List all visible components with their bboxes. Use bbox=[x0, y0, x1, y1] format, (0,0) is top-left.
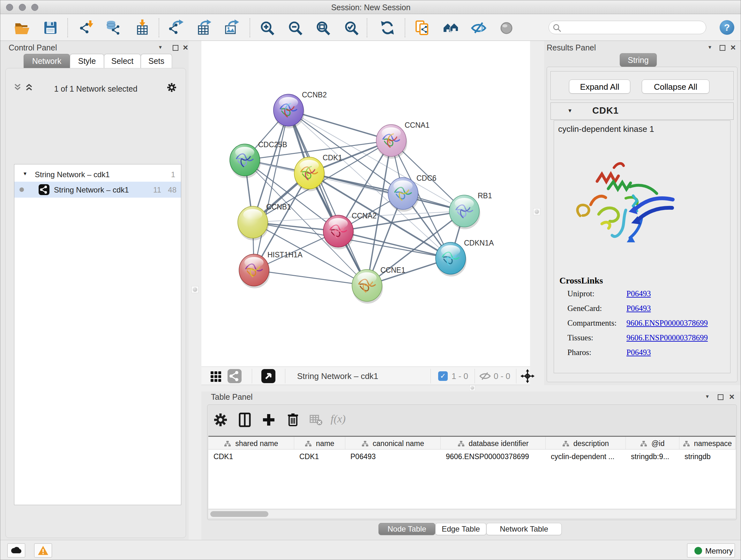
network-canvas[interactable]: CCNB2 CCNA1 CDC25B CDK1 CDC6 RB1 CCNB1 C… bbox=[201, 41, 530, 367]
table-cell[interactable]: stringdb:9... bbox=[631, 450, 678, 462]
horizontal-splitter[interactable] bbox=[201, 385, 741, 391]
node-CCNA2[interactable] bbox=[323, 215, 354, 249]
network-list: ▼ String Network – cdk1 1 String Network… bbox=[14, 164, 181, 505]
crosslink-link[interactable]: 9606.ENSP00000378699 bbox=[626, 319, 708, 327]
memory-button[interactable]: Memory bbox=[687, 543, 735, 557]
node-RB1[interactable] bbox=[449, 195, 480, 229]
export-network-button[interactable] bbox=[167, 19, 184, 36]
table-scrollbar-thumb[interactable] bbox=[210, 511, 268, 517]
horizontal-splitter-handle[interactable] bbox=[469, 385, 475, 391]
table-cell[interactable]: CDK1 bbox=[299, 450, 344, 462]
network-row-selected[interactable]: String Network – cdk1 11 48 bbox=[14, 182, 181, 198]
node-CCNE1[interactable] bbox=[352, 269, 383, 304]
edge-CCNB2-CCNE1[interactable] bbox=[288, 110, 367, 286]
network-collection-row[interactable]: ▼ String Network – cdk1 1 bbox=[14, 166, 181, 182]
edge-CDK1-RB1[interactable] bbox=[309, 173, 464, 211]
show-columns-icon[interactable] bbox=[237, 412, 253, 428]
warnings-button[interactable] bbox=[34, 543, 52, 557]
control-panel-float-icon[interactable] bbox=[173, 45, 179, 51]
results-panel-close-icon[interactable]: × bbox=[731, 44, 736, 51]
node-CCNA1[interactable] bbox=[376, 125, 407, 159]
network-options-gear-icon[interactable] bbox=[166, 82, 178, 93]
collection-collapse-icon[interactable]: ▼ bbox=[23, 171, 27, 176]
tab-style[interactable]: Style bbox=[70, 54, 104, 68]
table-cell[interactable]: cyclin-dependent ... bbox=[551, 450, 624, 462]
table-panel-close-icon[interactable]: × bbox=[729, 394, 734, 400]
import-network-database-button[interactable] bbox=[105, 19, 122, 36]
table-horizontal-scrollbar[interactable] bbox=[208, 510, 736, 518]
protein-collapse-icon[interactable]: ▼ bbox=[567, 108, 572, 114]
export-image-button[interactable] bbox=[223, 19, 240, 36]
first-neighbors-button[interactable] bbox=[442, 19, 459, 36]
cloud-status-button[interactable] bbox=[7, 543, 25, 557]
tab-network[interactable]: Network bbox=[23, 54, 70, 68]
pan-crosshair-icon[interactable] bbox=[521, 369, 535, 383]
table-cell[interactable]: 9606.ENSP00000378699 bbox=[446, 450, 544, 462]
protein-section-header[interactable]: ▼ CDK1 bbox=[550, 103, 734, 120]
table-cell[interactable]: stringdb bbox=[684, 450, 734, 462]
column-header-shared-name[interactable]: shared name bbox=[208, 437, 294, 449]
node-CDKN1A[interactable] bbox=[435, 242, 467, 276]
table-panel-float-icon[interactable] bbox=[718, 394, 724, 400]
node-CCNB1[interactable] bbox=[238, 206, 269, 240]
crosslink-link[interactable]: 9606.ENSP00000378699 bbox=[626, 333, 708, 342]
tab-network-table[interactable]: Network Table bbox=[486, 523, 562, 535]
import-table-button[interactable] bbox=[134, 19, 151, 36]
results-panel-menu-icon[interactable]: ▼ bbox=[708, 44, 712, 50]
table-cell[interactable]: CDK1 bbox=[213, 450, 293, 462]
node-CCNB2[interactable] bbox=[273, 94, 305, 128]
column-header-namespace[interactable]: namespace bbox=[679, 437, 736, 449]
results-panel-float-icon[interactable] bbox=[720, 45, 725, 51]
open-session-button[interactable] bbox=[14, 19, 30, 36]
table-options-gear-icon[interactable] bbox=[212, 412, 229, 428]
left-splitter[interactable] bbox=[189, 41, 201, 540]
collapse-all-button[interactable]: Collapse All bbox=[642, 79, 710, 94]
edge-CCNB2-HIST1H1A[interactable] bbox=[254, 110, 288, 270]
column-header-description[interactable]: description bbox=[546, 437, 626, 449]
edge-HIST1H1A-CCNE1[interactable] bbox=[254, 270, 367, 286]
create-column-plus-icon[interactable] bbox=[260, 412, 277, 428]
node-label-CDKN1A: CDKN1A bbox=[464, 239, 494, 247]
node-CDC25B[interactable] bbox=[230, 144, 261, 178]
column-header-name[interactable]: name bbox=[294, 437, 345, 449]
control-panel-menu-icon[interactable]: ▼ bbox=[158, 44, 163, 50]
search-input[interactable] bbox=[563, 22, 701, 32]
selected-indicator-checkbox[interactable]: ✓ bbox=[438, 371, 448, 381]
clone-network-button[interactable] bbox=[414, 19, 430, 36]
table-panel-menu-icon[interactable]: ▼ bbox=[705, 394, 710, 399]
help-button[interactable]: ? bbox=[720, 20, 734, 35]
node-CDC6[interactable] bbox=[388, 178, 419, 212]
control-panel-close-icon[interactable]: × bbox=[183, 44, 188, 51]
column-header--id[interactable]: @id bbox=[626, 437, 679, 449]
import-network-file-button[interactable] bbox=[78, 19, 95, 36]
zoom-fit-button[interactable] bbox=[315, 19, 332, 36]
node-CDK1[interactable] bbox=[294, 157, 325, 191]
tab-sets[interactable]: Sets bbox=[141, 54, 172, 68]
table-cell[interactable]: P06493 bbox=[350, 450, 440, 462]
apply-layout-button[interactable] bbox=[379, 19, 396, 36]
column-header-database-identifier[interactable]: database identifier bbox=[441, 437, 546, 449]
birds-eye-view-icon[interactable] bbox=[261, 369, 275, 383]
column-header-canonical-name[interactable]: canonical name bbox=[345, 437, 441, 449]
save-session-button[interactable] bbox=[42, 19, 59, 36]
crosslink-link[interactable]: P06493 bbox=[626, 348, 651, 357]
zoom-out-button[interactable] bbox=[287, 19, 304, 36]
hide-selected-button[interactable] bbox=[470, 19, 487, 36]
expand-all-button[interactable]: Expand All bbox=[569, 79, 630, 94]
zoom-in-button[interactable] bbox=[259, 19, 276, 36]
node-HIST1H1A[interactable] bbox=[239, 254, 270, 288]
right-splitter[interactable] bbox=[530, 41, 544, 385]
tab-select[interactable]: Select bbox=[104, 54, 141, 68]
delete-column-trash-icon[interactable] bbox=[285, 412, 301, 428]
grid-view-icon[interactable] bbox=[210, 370, 222, 382]
tab-node-table[interactable]: Node Table bbox=[379, 523, 435, 535]
show-all-button[interactable] bbox=[498, 19, 515, 36]
tab-string[interactable]: String bbox=[620, 53, 657, 67]
crosslink-link[interactable]: P06493 bbox=[626, 289, 651, 298]
left-splitter-handle[interactable] bbox=[192, 286, 199, 293]
right-splitter-handle[interactable] bbox=[533, 208, 540, 215]
tab-edge-table[interactable]: Edge Table bbox=[435, 523, 486, 535]
crosslink-link[interactable]: P06493 bbox=[626, 304, 651, 313]
export-table-button[interactable] bbox=[195, 19, 212, 36]
zoom-selected-button[interactable] bbox=[344, 19, 360, 36]
